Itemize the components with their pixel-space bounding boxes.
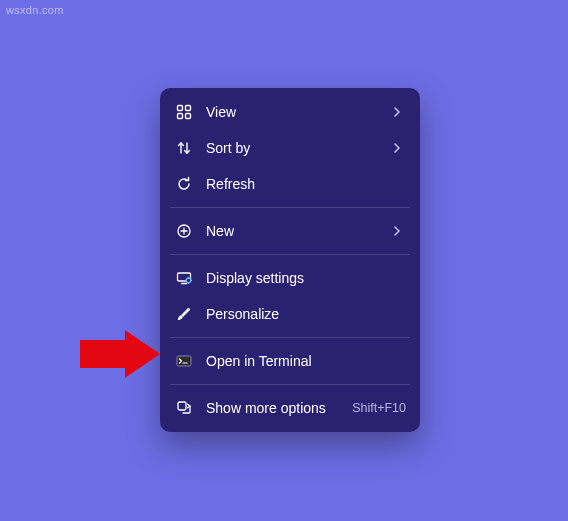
display-settings-icon (174, 268, 194, 288)
new-plus-circle-icon (174, 221, 194, 241)
svg-rect-16 (177, 356, 191, 366)
refresh-icon (174, 174, 194, 194)
svg-rect-1 (186, 106, 191, 111)
chevron-right-icon (392, 105, 406, 119)
menu-item-show-more-options[interactable]: Show more options Shift+F10 (160, 390, 420, 426)
menu-item-view[interactable]: View (160, 94, 420, 130)
menu-item-display-settings[interactable]: Display settings (160, 260, 420, 296)
menu-label: Refresh (206, 176, 406, 192)
show-more-options-icon (174, 398, 194, 418)
menu-label: View (206, 104, 384, 120)
menu-item-open-terminal[interactable]: Open in Terminal (160, 343, 420, 379)
svg-rect-2 (178, 114, 183, 119)
chevron-right-icon (392, 141, 406, 155)
menu-item-refresh[interactable]: Refresh (160, 166, 420, 202)
svg-rect-3 (186, 114, 191, 119)
menu-item-sort-by[interactable]: Sort by (160, 130, 420, 166)
menu-label: New (206, 223, 384, 239)
menu-item-new[interactable]: New (160, 213, 420, 249)
chevron-right-icon (392, 224, 406, 238)
terminal-icon (174, 351, 194, 371)
menu-label: Display settings (206, 270, 406, 286)
menu-divider (170, 337, 410, 338)
svg-rect-18 (178, 402, 186, 410)
view-grid-icon (174, 102, 194, 122)
menu-label: Sort by (206, 140, 384, 156)
menu-divider (170, 254, 410, 255)
menu-divider (170, 384, 410, 385)
desktop-context-menu: View Sort by (160, 88, 420, 432)
menu-label: Open in Terminal (206, 353, 406, 369)
menu-item-personalize[interactable]: Personalize (160, 296, 420, 332)
menu-label: Show more options (206, 400, 342, 416)
paintbrush-icon (174, 304, 194, 324)
menu-divider (170, 207, 410, 208)
svg-marker-19 (80, 330, 160, 378)
menu-label: Personalize (206, 306, 406, 322)
watermark-text: wsxdn.com (6, 4, 64, 16)
svg-rect-0 (178, 106, 183, 111)
sort-icon (174, 138, 194, 158)
menu-shortcut: Shift+F10 (352, 401, 406, 415)
red-callout-arrow (80, 330, 160, 378)
